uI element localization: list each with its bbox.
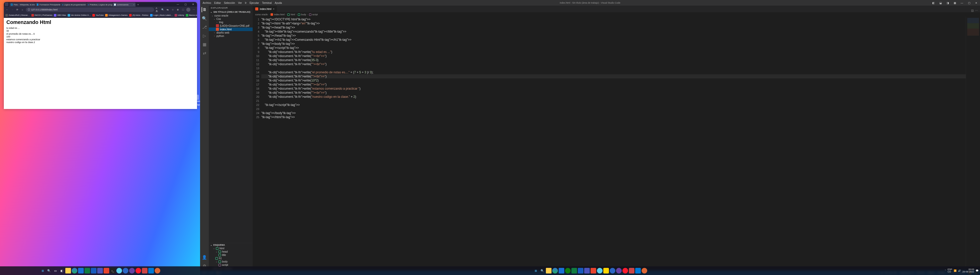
back-icon[interactable]: ← [5, 8, 9, 11]
close-icon[interactable]: × [273, 8, 275, 10]
editor-tab-index-html[interactable]: index.html × [253, 6, 277, 12]
minimap[interactable] [966, 17, 980, 270]
customize-layout-icon[interactable]: ▦ [951, 0, 958, 5]
edge-icon[interactable] [72, 268, 77, 273]
app-icon[interactable] [116, 268, 122, 273]
search-icon[interactable]: 🔍 [202, 16, 207, 21]
app-icon[interactable] [603, 268, 609, 273]
browser-tab-4[interactable]: 🧾comenzando× [113, 3, 135, 6]
new-tab-button[interactable]: ＋ [136, 3, 140, 6]
app-icon[interactable] [641, 268, 647, 273]
crumb[interactable]: body [301, 13, 306, 16]
tab-actions-icon[interactable] [5, 3, 8, 6]
menu-icon[interactable]: ⋯ [192, 8, 196, 11]
xbox-icon[interactable] [565, 268, 571, 273]
excel-icon[interactable] [84, 268, 90, 273]
search-icon[interactable]: 🔍 [539, 268, 545, 273]
menu-ir[interactable]: Ir [245, 2, 247, 4]
excel-icon[interactable] [571, 268, 577, 273]
crumb[interactable]: curso oracle [255, 13, 268, 16]
store-icon[interactable] [78, 268, 84, 273]
word-icon[interactable] [91, 268, 97, 273]
crumb[interactable]: index.html [274, 13, 285, 16]
edge-icon[interactable] [552, 268, 558, 273]
layout-bottom-icon[interactable]: ⬓ [937, 0, 944, 5]
tree-folder-css[interactable]: ⌄Css [209, 17, 253, 21]
minimize-button[interactable]: — [959, 0, 965, 5]
refresh-icon[interactable]: ⟳ [16, 8, 19, 11]
teams-icon[interactable] [97, 268, 103, 273]
volume-icon[interactable]: 🔊 [958, 269, 961, 272]
split-editor-icon[interactable]: ◫ [971, 9, 974, 12]
terminal-icon[interactable]: ›_ [110, 268, 116, 273]
menu-terminal[interactable]: Terminal [262, 2, 272, 4]
favorite-icon[interactable]: ☆ [171, 8, 175, 11]
app-icon[interactable] [129, 268, 135, 273]
forward-icon[interactable]: → [11, 8, 14, 11]
crumb[interactable]: html [291, 13, 295, 16]
tree-folder-python[interactable]: ›python [209, 34, 253, 38]
home-icon[interactable]: ⌂ [21, 8, 24, 11]
explorer-icon[interactable]: 🗎 [202, 7, 207, 12]
browser-tab-2[interactable]: aLógica de programación parte …× [61, 3, 86, 6]
tree-file-pdf[interactable]: [LADI]+Glosario+ONE.pdf [209, 24, 253, 27]
close-button[interactable]: ✕ [973, 0, 980, 5]
outline-body[interactable]: ⌄body [209, 260, 253, 263]
taskview-icon[interactable]: ▭ [52, 268, 58, 273]
tree-file-index-html[interactable]: index.html [209, 27, 253, 31]
bookmark-9[interactable]: Banca en línea - Un… [186, 14, 197, 17]
bookmark-7[interactable]: Login | Alura Latam… [150, 14, 173, 17]
extensions-icon[interactable]: ▦ [202, 42, 207, 47]
run-debug-icon[interactable]: ▷ [202, 33, 207, 38]
app-icon[interactable] [155, 268, 160, 273]
profile-icon[interactable] [186, 8, 190, 12]
opera-icon[interactable] [622, 268, 628, 273]
widgets-icon[interactable]: ◧ [59, 268, 65, 273]
bookmark-0[interactable]: ZonaLeRoS | Descar… [5, 14, 30, 17]
tray-overflow-icon[interactable]: ˄ [945, 269, 946, 272]
browser-tab-1[interactable]: 📘Formación Principiante en Prog…× [35, 3, 61, 6]
minimize-button[interactable]: — [174, 2, 182, 6]
outline-head[interactable]: ⌄head [209, 250, 253, 253]
vscode-icon[interactable] [148, 268, 154, 273]
source-control-icon[interactable]: ⎇ [202, 24, 207, 30]
browser-tab-0[interactable]: 🌐Pato - Wikipedia, la enciclopedi…× [10, 3, 35, 6]
translate-icon[interactable]: ⇆ [166, 8, 169, 11]
workspace-header[interactable]: ⌄SIN TÍTULO (ÁREA DE TRABAJO) [209, 10, 253, 14]
text-size-icon[interactable]: Aあ [156, 8, 159, 11]
menu-editar[interactable]: Editar [214, 2, 221, 4]
layout-right-icon[interactable]: ◨ [944, 0, 951, 5]
maximize-button[interactable]: ▢ [182, 2, 189, 6]
bookmark-5[interactable]: hhkagames's Games [105, 14, 127, 17]
menu-ayuda[interactable]: Ayuda [275, 2, 282, 4]
start-button[interactable]: ⊞ [40, 268, 45, 273]
mail-icon[interactable] [103, 268, 109, 273]
address-bar[interactable]: ⓘ 127.0.0.1:5500/index.html [26, 7, 154, 12]
browser-tab-3[interactable]: aPráctica | Lógica de programac…× [87, 3, 112, 6]
close-icon[interactable]: × [133, 3, 135, 6]
breadcrumbs[interactable]: curso oracle› index.html› html› body› sc… [253, 12, 980, 17]
account-icon[interactable]: 👤 [202, 254, 207, 260]
crumb[interactable]: script [312, 13, 318, 16]
bookmark-6[interactable]: (9) Inicio - Roblox [129, 14, 148, 17]
bookmark-2[interactable]: HBO Max [54, 14, 66, 17]
bookmark-4[interactable]: YouTube [92, 14, 103, 17]
menu-ejecutar[interactable]: Ejecutar [250, 2, 259, 4]
word-icon[interactable] [578, 268, 584, 273]
app-icon[interactable] [142, 268, 148, 273]
tree-folder-diseno-web[interactable]: ›diseño web [209, 31, 253, 34]
store-icon[interactable] [558, 268, 564, 273]
menu-seleccion[interactable]: Selección [224, 2, 235, 4]
live-share-icon[interactable]: ⇄ [202, 51, 207, 55]
menu-archivo[interactable]: Archivo [203, 2, 211, 4]
app-icon[interactable] [597, 268, 603, 273]
app-icon[interactable] [610, 268, 615, 273]
bookmark-1[interactable]: INICIO | PixlGames [32, 14, 52, 17]
clock[interactable]: 20:03 29-09-2022 [963, 269, 974, 273]
menu-ver[interactable]: Ver [238, 2, 242, 4]
teams-icon[interactable] [584, 268, 590, 273]
start-button[interactable]: ⊞ [533, 268, 539, 273]
outline-header[interactable]: ⌄ESQUEMA [209, 243, 253, 247]
site-info-icon[interactable]: ⓘ [28, 8, 30, 11]
outline-html[interactable]: ⌄html [209, 247, 253, 250]
